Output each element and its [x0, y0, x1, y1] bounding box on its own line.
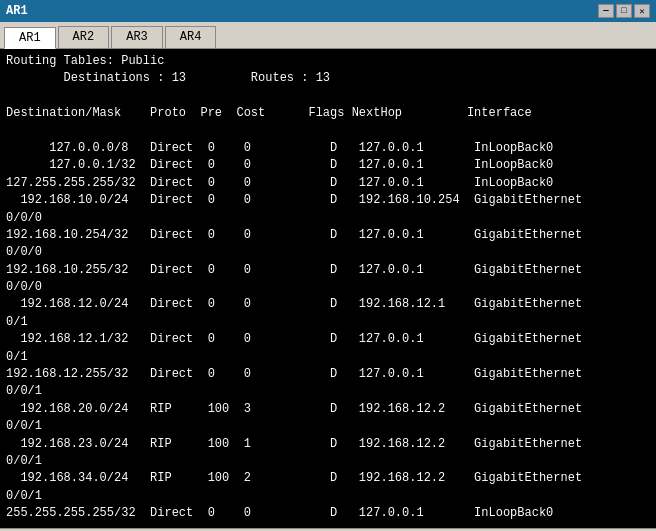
title-bar-left: AR1	[6, 4, 28, 18]
tab-ar4[interactable]: AR4	[165, 26, 217, 48]
tab-ar3[interactable]: AR3	[111, 26, 163, 48]
terminal-content: Routing Tables: Public Destinations : 13…	[6, 53, 650, 528]
minimize-button[interactable]: —	[598, 4, 614, 18]
title-bar: AR1 — □ ✕	[0, 0, 656, 22]
tab-ar1[interactable]: AR1	[4, 27, 56, 49]
title-controls: — □ ✕	[598, 4, 650, 18]
terminal-area[interactable]: Routing Tables: Public Destinations : 13…	[0, 49, 656, 528]
tab-ar2[interactable]: AR2	[58, 26, 110, 48]
close-button[interactable]: ✕	[634, 4, 650, 18]
window-title: AR1	[6, 4, 28, 18]
maximize-button[interactable]: □	[616, 4, 632, 18]
tabs-bar: AR1 AR2 AR3 AR4	[0, 22, 656, 49]
